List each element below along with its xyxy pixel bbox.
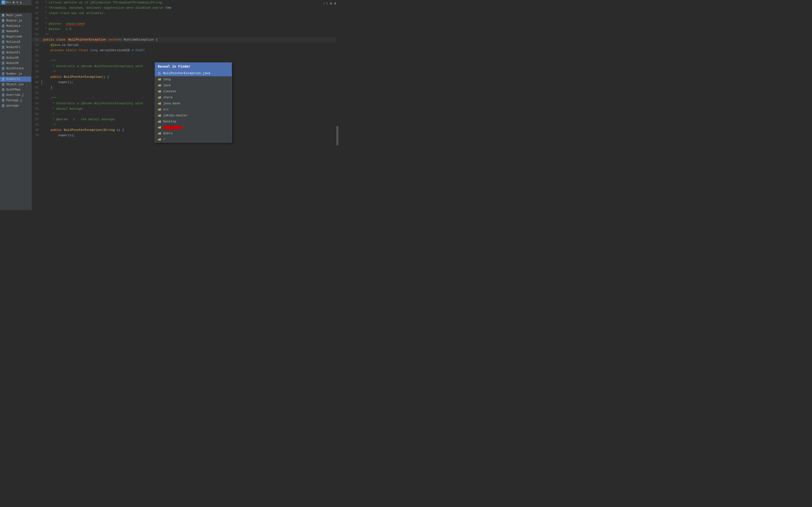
popup-item-java[interactable]: java [155, 82, 232, 89]
sidebar-item-overridej[interactable]: Override.j [0, 93, 31, 98]
top-right-controls: ✓ 1 ∧ ∨ [323, 1, 337, 6]
file-icon [1, 51, 5, 55]
folder-icon [158, 96, 161, 99]
line-number: 70 [32, 133, 42, 138]
sidebar-item-namedpa[interactable]: NamedPa [0, 29, 31, 34]
popup-item-label: java [163, 83, 170, 87]
line-content: private static final long serialVersionU… [42, 48, 338, 53]
sidebar-item-label: package- [6, 104, 20, 107]
file-icon [1, 40, 5, 44]
sidebar-item-module[interactable]: Module.ja [0, 18, 31, 23]
svg-rect-13 [2, 67, 4, 70]
svg-rect-15 [2, 77, 4, 80]
project-label[interactable]: P Pr▾ [1, 0, 11, 4]
svg-rect-8 [2, 40, 4, 44]
sidebar-item-label: NullPointe [6, 67, 24, 70]
sidebar-item-nullpointe[interactable]: NullPointe [0, 66, 31, 71]
file-icon [1, 56, 5, 60]
navigate-up-button[interactable]: ∧ [330, 1, 332, 6]
sidebar-item-numberfo[interactable]: NumberFo [0, 76, 31, 82]
popup-item-label: java.base [163, 102, 180, 105]
sidebar-item-math[interactable]: Math.java [0, 13, 31, 18]
sidebar-item-nosuchm1[interactable]: NoSuchM [0, 55, 31, 61]
sidebar-item-label: Object.jav [6, 83, 24, 86]
popup-item-share[interactable]: share [155, 95, 232, 101]
line-number: 52 [32, 37, 42, 43]
svg-rect-11 [2, 56, 4, 59]
sidebar-item-modulela[interactable]: ModuleLa [0, 23, 31, 29]
line-content: @java.io.Serial [42, 43, 338, 48]
add-icon[interactable]: ⊕ [12, 0, 15, 5]
popup-item-src[interactable]: src [155, 107, 232, 113]
popup-item-label: NullPointerException.java [163, 71, 210, 75]
checkmark-icon: ✓ [323, 1, 325, 6]
popup-item-desktop[interactable]: Desktop [155, 119, 232, 125]
popup-item-file[interactable]: NullPointerException.java [155, 70, 232, 76]
svg-rect-5 [2, 24, 4, 27]
code-line-48: 48 * [32, 16, 338, 21]
sidebar-item-packagej[interactable]: Package.j [0, 98, 31, 103]
sidebar-item-label: ModuleLa [6, 24, 20, 28]
redacted-label: ████████ [163, 126, 183, 129]
code-line-45: 45 * virtual machine as if {@linkplain T… [32, 0, 338, 5]
file-icon [1, 88, 5, 92]
java-file-icon [158, 72, 161, 75]
sidebar-item-label: OutOfMem [6, 88, 20, 92]
popup-item-users[interactable]: Users [155, 130, 232, 136]
svg-rect-14 [2, 72, 4, 75]
line-content: */ [42, 32, 338, 37]
popup-item-lang[interactable]: lang [155, 76, 232, 82]
line-number: 54 [32, 48, 42, 53]
sidebar-item-label: NoSuchFi [6, 51, 20, 54]
popup-item-root[interactable]: / [155, 136, 232, 143]
line-number: 67 [32, 117, 42, 122]
line-number: 59 [32, 74, 42, 80]
popup-item-label: Users [163, 131, 172, 135]
popup-menu[interactable]: Reveal in Finder NullPointerException.ja… [155, 62, 232, 143]
line-number: 49 [32, 21, 42, 26]
center-icon[interactable]: ≡ [16, 0, 18, 4]
popup-item-redacted[interactable]: ████████ [155, 125, 232, 130]
line-number: 61 [32, 85, 42, 90]
popup-header: Reveal in Finder [155, 62, 232, 70]
sidebar-item-label: Math.java [6, 14, 22, 17]
sidebar-item-negativea[interactable]: NegativeA [0, 34, 31, 39]
popup-item-label: classes [163, 90, 176, 93]
popup-item-jdk15u[interactable]: jdk15u-master [155, 113, 232, 119]
svg-rect-10 [2, 51, 4, 54]
popup-item-javabase[interactable]: java.base [155, 101, 232, 107]
line-number: 56 [32, 58, 42, 64]
scrollbar-thumb[interactable] [337, 126, 338, 145]
svg-rect-21 [158, 72, 160, 75]
sidebar-item-numberja[interactable]: Number.ja [0, 71, 31, 76]
svg-rect-12 [2, 62, 4, 65]
folder-icon [158, 132, 161, 135]
line-number: 48 [32, 16, 42, 21]
svg-rect-6 [2, 30, 4, 33]
sidebar-item-objectjav[interactable]: Object.jav [0, 82, 31, 87]
popup-item-classes[interactable]: classes [155, 89, 232, 95]
navigate-down-button[interactable]: ∨ [334, 1, 337, 6]
line-number: 53 [32, 43, 42, 48]
line-number: 69 [32, 127, 42, 133]
sidebar-item-nosuchfi1[interactable]: NoSuchFi [0, 45, 31, 50]
sidebar-item-nosuchfi2[interactable]: NoSuchFi [0, 50, 31, 55]
sidebar-item-label: Number.ja [6, 72, 22, 75]
sidebar-item-package-dash[interactable]: package- [0, 103, 31, 108]
line-number: 45 [32, 0, 42, 5]
sidebar-item-label: NamedPa [6, 30, 18, 33]
folder-icon [158, 114, 161, 117]
file-icon [1, 67, 5, 70]
folder-icon [158, 138, 161, 141]
svg-rect-20 [2, 104, 4, 107]
sidebar-item-nosuchm2[interactable]: NoSuchM [0, 61, 31, 66]
line-number: 60 [32, 80, 42, 85]
svg-rect-17 [2, 88, 4, 91]
editor-area: ✓ 1 ∧ ∨ 45 * virtual machine as if {@lin… [32, 0, 338, 210]
line-number: 63 [32, 96, 42, 101]
sidebar-item-outofmem[interactable]: OutOfMem [0, 87, 31, 93]
file-icon [1, 77, 5, 81]
file-icon [1, 61, 5, 65]
align-icon[interactable]: ⇅ [20, 0, 22, 5]
sidebar-item-noclassd[interactable]: NoClassD [0, 39, 31, 45]
